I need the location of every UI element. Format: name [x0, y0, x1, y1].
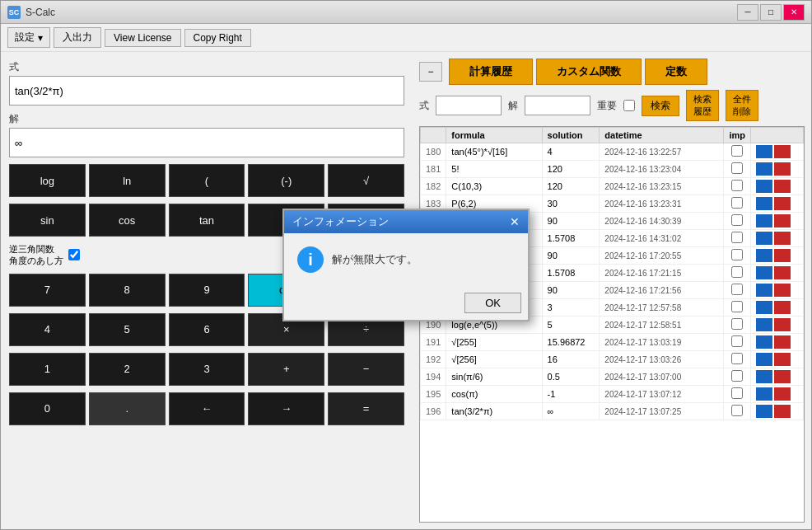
dialog-footer: OK [284, 286, 528, 320]
dialog-title-text: インフォメーション [292, 214, 389, 229]
dialog-message: 解が無限大です。 [332, 252, 418, 267]
dialog-close-button[interactable]: ✕ [510, 215, 520, 228]
dialog-title-bar: インフォメーション ✕ [284, 210, 528, 233]
dialog-body: i 解が無限大です。 [284, 233, 528, 286]
ok-button[interactable]: OK [464, 293, 521, 313]
info-icon: i [297, 246, 324, 273]
info-dialog: インフォメーション ✕ i 解が無限大です。 OK [282, 209, 530, 321]
dialog-overlay: インフォメーション ✕ i 解が無限大です。 OK [0, 0, 812, 530]
